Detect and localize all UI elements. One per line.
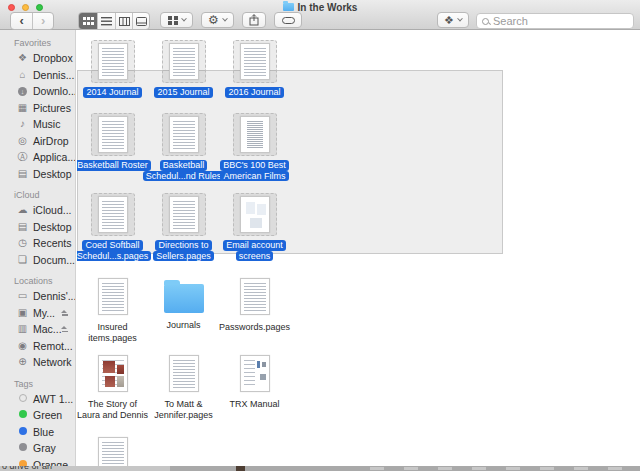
sidebar-item-label: Desktop <box>33 168 72 180</box>
file-item-insured-items-pages[interactable]: Insureditems.pages <box>78 275 147 343</box>
sidebar-item-icloud[interactable]: ☁iCloud... <box>0 202 75 219</box>
airdrop-icon: ◎ <box>16 136 29 146</box>
dropbox-icon: ❖ <box>444 15 454 26</box>
sidebar-item-remot[interactable]: ◉Remot... <box>0 338 75 355</box>
list-view-icon <box>101 17 112 26</box>
sidebar-item-label: Recents <box>33 237 72 249</box>
file-name-line: Email account <box>223 240 286 251</box>
file-item-directions-to-sellers-pages[interactable]: Directions toSellers.pages <box>149 193 218 261</box>
file-item-bbc-s-100-best-american-films[interactable]: BBC's 100 BestAmerican Films <box>220 113 289 181</box>
display-icon: ▭ <box>16 291 29 301</box>
sidebar-item-dennis[interactable]: ⌂Dennis... <box>0 67 75 84</box>
sidebar-item-awt-1[interactable]: AWT 1... <box>0 391 75 408</box>
eject-icon[interactable] <box>61 310 68 316</box>
file-item-email-account-screens[interactable]: Email accountscreens <box>220 193 289 261</box>
file-name-line: Insured <box>94 322 130 333</box>
file-item-2014-journal[interactable]: 2014 Journal <box>78 40 147 98</box>
sidebar-item-label: Music <box>33 118 60 130</box>
file-item-journals[interactable]: Journals <box>149 275 218 331</box>
sidebar-item-orange[interactable]: Orange <box>0 457 75 467</box>
document-icon <box>91 434 135 466</box>
arrange-button[interactable] <box>160 12 193 28</box>
desktop-icon: ▤ <box>16 222 29 232</box>
file-name-line: Journals <box>163 320 203 331</box>
document-icon <box>233 113 277 156</box>
column-view-button[interactable] <box>115 13 133 29</box>
chevron-down-icon <box>457 16 463 22</box>
file-item-2016-journal[interactable]: 2016 Journal <box>220 40 289 98</box>
sidebar-item-mac[interactable]: ▥Mac... <box>0 321 75 338</box>
file-item-trx-manual[interactable]: TRX Manual <box>220 352 289 410</box>
file-name-line: Schedul...nd Rules <box>143 171 225 182</box>
file-item-2015-journal[interactable]: 2015 Journal <box>149 40 218 98</box>
file-name: 2016 Journal <box>225 87 283 98</box>
document-icon <box>91 193 135 236</box>
edit-tags-button[interactable] <box>274 12 302 28</box>
tag-icon <box>16 443 29 453</box>
list-view-button[interactable] <box>97 13 115 29</box>
sidebar-item-desktop[interactable]: ▤Desktop <box>0 219 75 236</box>
forward-button[interactable]: › <box>32 13 53 29</box>
clock-icon: ◷ <box>16 238 29 248</box>
gear-icon: ⚙ <box>208 14 219 26</box>
search-field[interactable] <box>476 13 634 29</box>
back-button[interactable]: ‹ <box>11 13 32 29</box>
sidebar-item-gray[interactable]: Gray <box>0 440 75 457</box>
disc-icon: ◉ <box>16 341 29 351</box>
file-item-partial[interactable] <box>78 434 147 466</box>
sidebar-item-label: Downlo... <box>33 85 76 97</box>
share-icon <box>249 14 259 26</box>
share-button[interactable] <box>242 12 266 28</box>
sidebar-item-green[interactable]: Green <box>0 407 75 424</box>
coverflow-view-button[interactable] <box>132 13 149 29</box>
search-input[interactable] <box>493 15 628 27</box>
file-name: 2014 Journal <box>83 87 141 98</box>
sidebar-item-dropbox[interactable]: ❖Dropbox <box>0 50 75 67</box>
file-name-line: Laura and Dennis <box>77 410 151 421</box>
file-item-basketball-roster[interactable]: Basketball Roster <box>78 113 147 171</box>
file-item-coed-softball-schedul-s-pages[interactable]: Coed SoftballSchedul...s.pages <box>78 193 147 261</box>
action-button[interactable]: ⚙ <box>201 12 234 28</box>
pictures-icon: ▦ <box>16 103 29 113</box>
file-item-passwords-pages[interactable]: Passwords.pages <box>220 275 289 333</box>
file-name-line: Coed Softball <box>82 240 142 251</box>
sidebar-item-music[interactable]: ♪Music <box>0 116 75 133</box>
file-name: Journals <box>163 320 203 331</box>
behind-dark-square <box>236 466 245 471</box>
sidebar-item-label: AirDrop <box>33 135 69 147</box>
file-name-line: items.pages <box>85 333 140 344</box>
sidebar-item-docum[interactable]: ❏Docum... <box>0 252 75 269</box>
sidebar-item-pictures[interactable]: ▦Pictures <box>0 100 75 117</box>
file-name-line: 2015 Journal <box>154 87 212 98</box>
sidebar-section-title: Favorites <box>0 37 75 50</box>
file-name: Insureditems.pages <box>85 322 140 343</box>
sidebar-item-network[interactable]: ⊕Network <box>0 354 75 371</box>
sidebar-item-recents[interactable]: ◷Recents <box>0 235 75 252</box>
sidebar-item-downlo[interactable]: ↓Downlo... <box>0 83 75 100</box>
file-name: To Matt &Jennifer.pages <box>151 399 216 420</box>
file-item-to-matt-jennifer-pages[interactable]: To Matt &Jennifer.pages <box>149 352 218 420</box>
eject-icon[interactable] <box>61 326 68 332</box>
sidebar-item-label: Applica... <box>33 151 76 163</box>
behind-faint-marks <box>370 467 640 470</box>
dropbox-menu-button[interactable]: ❖ <box>437 12 469 28</box>
file-item-basketball-schedul-nd-rules[interactable]: BasketballSchedul...nd Rules <box>149 113 218 181</box>
sidebar-item-blue[interactable]: Blue <box>0 424 75 441</box>
arrange-icon <box>168 16 178 25</box>
cloud-icon: ☁ <box>16 205 29 215</box>
sidebar-item-dennis[interactable]: ▭Dennis'... <box>0 288 75 305</box>
folder-icon <box>157 275 211 316</box>
icon-view-button[interactable] <box>79 13 97 29</box>
sidebar-item-label: Docum... <box>33 254 75 266</box>
sidebar-item-desktop[interactable]: ▤Desktop <box>0 166 75 183</box>
sidebar-item-airdrop[interactable]: ◎AirDrop <box>0 133 75 150</box>
document-icon <box>162 113 206 156</box>
sidebar-item-my[interactable]: ▣My... <box>0 305 75 322</box>
document-icon <box>233 193 277 236</box>
file-name: Coed SoftballSchedul...s.pages <box>77 240 151 261</box>
file-item-the-story-of-laura-and-dennis[interactable]: The Story ofLaura and Dennis <box>78 352 147 420</box>
view-switcher <box>78 12 150 30</box>
file-name-line: BBC's 100 Best <box>220 160 289 171</box>
chevron-down-icon <box>181 16 187 22</box>
sidebar-item-applica[interactable]: ⒶApplica... <box>0 149 75 166</box>
